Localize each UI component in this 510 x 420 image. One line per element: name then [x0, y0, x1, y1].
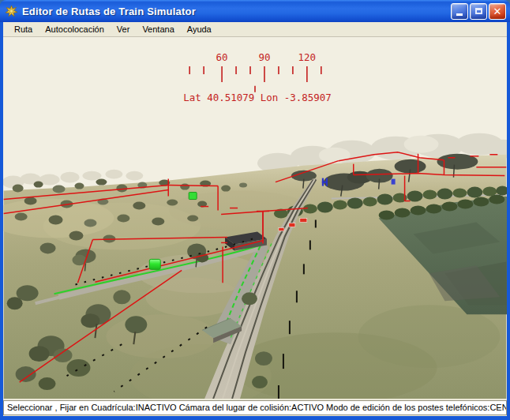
close-icon: ✕ — [493, 6, 502, 17]
compass-label-120: 120 — [298, 51, 317, 63]
position-readout: Lat 40.51079 Lon -3.85907 — [183, 92, 332, 103]
maximize-icon — [475, 8, 482, 14]
close-button[interactable]: ✕ — [489, 3, 506, 20]
app-window: Editor de Rutas de Train Simulator ✕ Rut… — [0, 0, 510, 420]
status-bar: Seleccionar , Fijar en Cuadrícula:INACTI… — [3, 399, 507, 416]
minimize-button[interactable] — [451, 3, 468, 20]
menu-item-autocolocacion[interactable]: Autocolocación — [39, 23, 111, 36]
scene-3d: 60 90 120 Lat 40.51079 Lon -3.85907 — [3, 37, 507, 399]
title-bar[interactable]: Editor de Rutas de Train Simulator ✕ — [0, 0, 510, 22]
viewport-3d[interactable]: 60 90 120 Lat 40.51079 Lon -3.85907 — [3, 37, 507, 399]
menu-item-ventana[interactable]: Ventana — [136, 23, 180, 36]
compass-label-90: 90 — [258, 51, 270, 63]
window-title: Editor de Rutas de Train Simulator — [22, 6, 451, 17]
menu-item-ver[interactable]: Ver — [111, 23, 137, 36]
marker-green-cube[interactable] — [149, 259, 160, 269]
marker-blue-object-2[interactable] — [392, 179, 396, 185]
minimize-icon — [456, 13, 463, 16]
app-icon — [5, 5, 18, 18]
menu-item-ruta[interactable]: Ruta — [8, 23, 39, 36]
maximize-button[interactable] — [470, 3, 487, 20]
menu-item-ayuda[interactable]: Ayuda — [181, 23, 218, 36]
marker-green-cube-2[interactable] — [189, 193, 197, 200]
compass-label-60: 60 — [216, 51, 228, 63]
status-text: Seleccionar , Fijar en Cuadrícula:INACTI… — [3, 400, 507, 415]
menu-bar: Ruta Autocolocación Ver Ventana Ayuda — [3, 22, 507, 37]
